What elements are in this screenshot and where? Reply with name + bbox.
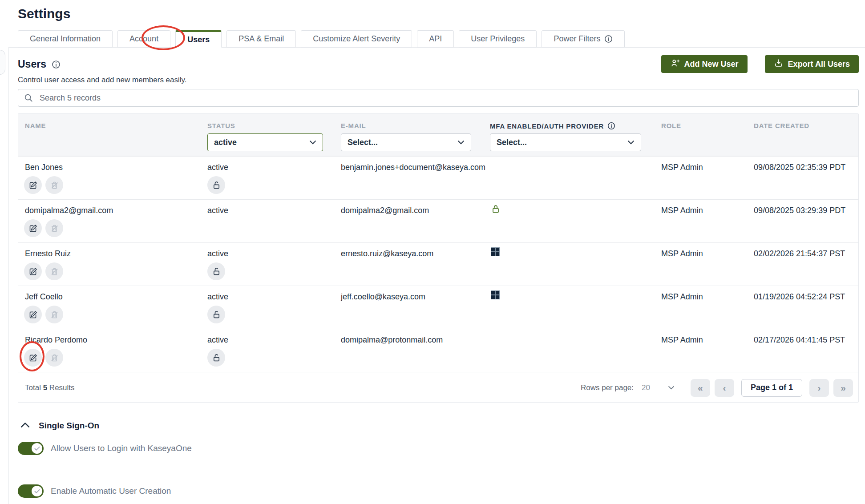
user-date-created: 09/08/2025 03:29:39 PDT — [754, 206, 845, 215]
user-status: active — [207, 206, 228, 215]
mfa-lock-icon — [491, 204, 501, 216]
column-header-mfa: MFA ENABLED/AUTH PROVIDER — [490, 122, 615, 130]
tab-power-filters[interactable]: Power Filters — [542, 30, 625, 48]
table-footer: Total 5 Results Rows per page: 20 « ‹ Pa… — [18, 372, 858, 403]
chevron-down-icon[interactable] — [668, 386, 675, 390]
next-page-button[interactable]: › — [809, 379, 829, 397]
chevron-right-icon: › — [818, 383, 821, 393]
user-role: MSP Admin — [661, 163, 703, 172]
toggle-label: Allow Users to Login with KaseyaOne — [51, 444, 192, 453]
user-status: active — [207, 292, 228, 302]
chevron-down-icon — [627, 140, 635, 145]
edit-user-button[interactable] — [24, 306, 42, 323]
table-header: NAME STATUS E-MAIL MFA ENABLED/AUTH PROV… — [18, 114, 858, 156]
user-email: domipalma2@gmail.com — [341, 206, 429, 215]
delete-user-button-disabled[interactable] — [45, 219, 63, 237]
total-count: 5 — [43, 383, 47, 392]
info-icon[interactable] — [607, 122, 615, 130]
user-role: MSP Admin — [661, 335, 703, 345]
table-row: domipalma2@gmail.com active domipalma2@g… — [18, 199, 858, 242]
delete-user-button-disabled[interactable] — [45, 349, 63, 367]
edit-user-button[interactable] — [24, 176, 42, 194]
add-user-icon — [670, 58, 680, 70]
tab-user-privileges[interactable]: User Privileges — [459, 30, 537, 48]
unlock-user-button[interactable] — [207, 306, 225, 323]
check-icon — [32, 486, 42, 496]
user-name: Ben Jones — [25, 163, 63, 172]
single-sign-on-section-header[interactable]: Single Sign-On — [20, 421, 99, 431]
users-section-subtitle: Control user access and add new members … — [18, 76, 187, 85]
tab-customize-alert-severity[interactable]: Customize Alert Severity — [301, 30, 412, 48]
table-row: Jeff Coello active jeff.coello@kaseya.co… — [18, 286, 858, 329]
table-row: Ricardo Perdomo active domipalma@protonm… — [18, 329, 858, 372]
delete-user-button-disabled[interactable] — [45, 306, 63, 323]
tab-account[interactable]: Account — [117, 30, 170, 48]
toggle-login-with-kaseyaone[interactable] — [18, 442, 44, 455]
trash-disabled-icon — [50, 310, 59, 319]
email-filter-select[interactable]: Select... — [341, 133, 471, 151]
side-drawer-handle[interactable] — [0, 50, 5, 75]
unlock-icon — [212, 267, 221, 276]
edit-user-button[interactable] — [24, 262, 42, 280]
edit-icon — [28, 224, 38, 233]
table-row: Ben Jones active benjamin.jones+document… — [18, 156, 858, 199]
user-email: jeff.coello@kaseya.com — [341, 292, 425, 302]
sso-title: Single Sign-On — [39, 421, 99, 431]
user-name: Jeff Coello — [25, 292, 63, 302]
double-chevron-left-icon: « — [698, 383, 703, 393]
user-email: domipalma@protonmail.com — [341, 335, 443, 345]
rows-per-page-value[interactable]: 20 — [642, 383, 650, 392]
user-role: MSP Admin — [661, 249, 703, 258]
column-header-email: E-MAIL — [341, 122, 366, 129]
tab-psa-email[interactable]: PSA & Email — [226, 30, 296, 48]
user-name: domipalma2@gmail.com — [25, 206, 113, 215]
edit-user-button[interactable] — [24, 349, 42, 367]
unlock-user-button[interactable] — [207, 349, 225, 367]
users-section-title: Users — [18, 58, 46, 70]
column-header-date-created: DATE CREATED — [754, 122, 809, 129]
user-role: MSP Admin — [661, 292, 703, 302]
export-all-users-button[interactable]: Export All Users — [765, 55, 859, 73]
delete-user-button-disabled[interactable] — [45, 176, 63, 194]
edit-icon — [28, 353, 38, 363]
add-new-user-button[interactable]: Add New User — [661, 55, 748, 73]
page-title: Settings — [18, 6, 70, 21]
settings-tabbar: General Information Account Users PSA & … — [8, 29, 865, 48]
chevron-down-icon — [309, 140, 316, 145]
check-icon — [32, 443, 42, 454]
column-header-status: STATUS — [207, 122, 235, 129]
user-status: active — [207, 335, 228, 345]
user-name: Ernesto Ruiz — [25, 249, 71, 258]
users-table: NAME STATUS E-MAIL MFA ENABLED/AUTH PROV… — [18, 113, 859, 403]
user-email: benjamin.jones+document@kaseya.com — [341, 163, 485, 172]
tab-users[interactable]: Users — [175, 30, 222, 48]
table-row: Ernesto Ruiz active ernesto.ruiz@kaseya.… — [18, 242, 858, 286]
previous-page-button[interactable]: ‹ — [715, 379, 734, 397]
unlock-icon — [212, 181, 221, 190]
tab-api[interactable]: API — [417, 30, 454, 48]
edit-user-button[interactable] — [24, 219, 42, 237]
unlock-user-button[interactable] — [207, 262, 225, 280]
unlock-icon — [212, 310, 221, 319]
unlock-user-button[interactable] — [207, 176, 225, 194]
settings-page: Settings General Information Account Use… — [0, 0, 865, 504]
user-date-created: 02/17/2026 04:41:45 PST — [754, 335, 845, 345]
trash-disabled-icon — [50, 267, 59, 276]
double-chevron-right-icon: » — [841, 383, 846, 393]
toggle-label: Enable Automatic User Creation — [51, 486, 171, 496]
tab-general-information[interactable]: General Information — [18, 30, 113, 48]
info-icon — [604, 35, 613, 43]
chevron-down-icon — [457, 140, 465, 145]
first-page-button[interactable]: « — [691, 379, 710, 397]
user-date-created: 02/02/2026 21:54:37 PST — [754, 249, 845, 258]
user-status: active — [207, 249, 228, 258]
status-filter-select[interactable]: active — [207, 133, 323, 151]
toggle-automatic-user-creation[interactable] — [18, 484, 44, 498]
trash-disabled-icon — [50, 353, 59, 363]
info-icon[interactable] — [52, 60, 61, 69]
last-page-button[interactable]: » — [833, 379, 853, 397]
search-input[interactable] — [18, 89, 859, 107]
user-status: active — [207, 163, 228, 172]
mfa-filter-select[interactable]: Select... — [490, 133, 641, 151]
delete-user-button-disabled[interactable] — [45, 262, 63, 280]
